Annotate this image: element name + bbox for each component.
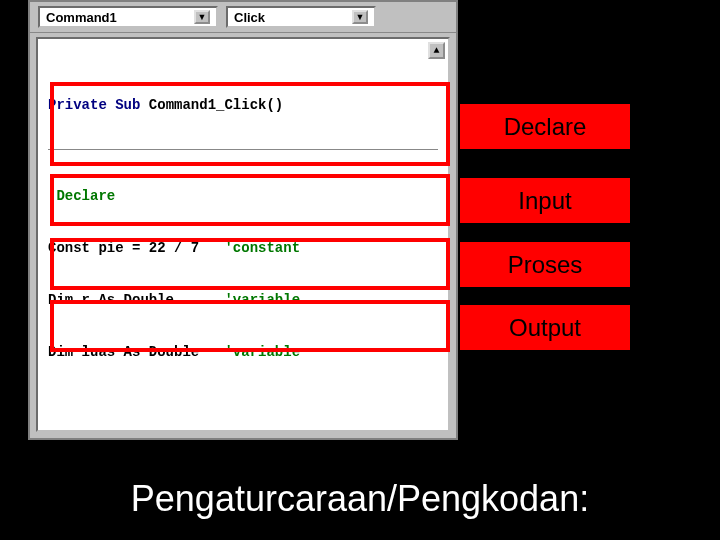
scroll-up-button[interactable]: ▲ <box>428 42 445 59</box>
object-dropdown[interactable]: Command1 ▼ <box>38 6 218 28</box>
highlight-declare-box <box>50 82 450 166</box>
editor-toolbar: Command1 ▼ Click ▼ <box>30 2 456 33</box>
label-declare: Declare <box>460 104 630 149</box>
highlight-proses-box <box>50 238 450 290</box>
highlight-output-box <box>50 300 450 352</box>
chevron-down-icon[interactable]: ▼ <box>194 10 210 24</box>
label-proses: Proses <box>460 242 630 287</box>
label-input: Input <box>460 178 630 223</box>
event-dropdown[interactable]: Click ▼ <box>226 6 376 28</box>
label-output: Output <box>460 305 630 350</box>
chevron-down-icon[interactable]: ▼ <box>352 10 368 24</box>
object-dropdown-value: Command1 <box>46 10 117 25</box>
event-dropdown-value: Click <box>234 10 265 25</box>
footer-title: Pengaturcaraan/Pengkodan: <box>0 478 720 520</box>
highlight-input-box <box>50 174 450 226</box>
